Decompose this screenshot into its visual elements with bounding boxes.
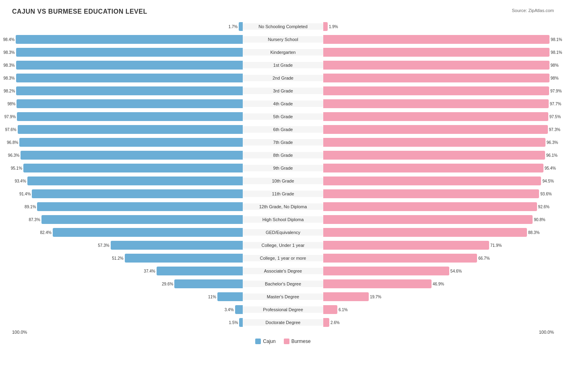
burmese-bar: 92.6% [323, 202, 537, 211]
burmese-bar: 71.9% [323, 241, 489, 250]
bars-wrapper: 29.6% Bachelor's Degree 46.9% [12, 279, 554, 289]
table-row: 1.7% No Schooling Completed 1.9% [12, 21, 554, 32]
cajun-value: 95.1% [11, 166, 22, 170]
row-label: 7th Grade [243, 139, 323, 146]
cajun-value: 87.3% [29, 218, 40, 222]
table-row: 96.8% 7th Grade 96.3% [12, 137, 554, 148]
right-section: 95.4% [323, 163, 554, 173]
legend-cajun: Cajun [255, 339, 275, 344]
cajun-bar: 97.6% [18, 125, 243, 134]
right-section: 97.7% [323, 99, 554, 109]
right-section: 2.6% [323, 317, 554, 328]
left-section: 11% [12, 291, 243, 302]
burmese-value: 98.1% [551, 37, 562, 42]
cajun-value: 82.4% [40, 230, 52, 235]
row-label: No Schooling Completed [243, 23, 323, 30]
table-row: 98% 4th Grade 97.7% [12, 98, 554, 109]
cajun-bar: 98% [17, 99, 243, 108]
row-label: 2nd Grade [243, 75, 323, 81]
row-label: Master's Degree [243, 293, 323, 300]
cajun-bar: 1.7% [239, 22, 243, 31]
bars-wrapper: 1.7% No Schooling Completed 1.9% [12, 21, 554, 32]
bars-wrapper: 95.1% 9th Grade 95.4% [12, 163, 554, 173]
bars-wrapper: 89.1% 12th Grade, No Diploma 92.6% [12, 201, 554, 212]
burmese-value: 96.1% [546, 153, 558, 158]
burmese-value: 54.6% [450, 269, 462, 273]
burmese-value: 46.9% [433, 282, 444, 286]
burmese-value: 94.5% [542, 179, 554, 183]
bars-wrapper: 98.3% 1st Grade 98% [12, 60, 554, 70]
right-section: 97.9% [323, 86, 554, 96]
burmese-value: 97.9% [550, 89, 562, 93]
left-section: 98.2% [12, 86, 243, 96]
left-section: 87.3% [12, 214, 243, 225]
burmese-value: 2.6% [331, 320, 340, 325]
axis-left: 100.0% [12, 330, 27, 335]
left-section: 1.7% [12, 21, 243, 32]
left-section: 98.3% [12, 47, 243, 57]
left-section: 37.4% [12, 266, 243, 276]
burmese-bar: 66.7% [323, 254, 477, 263]
burmese-value: 71.9% [490, 243, 502, 248]
burmese-value: 96.3% [547, 140, 558, 145]
cajun-value: 51.2% [112, 256, 123, 261]
table-row: 98.3% 2nd Grade 98% [12, 72, 554, 84]
row-label: 6th Grade [243, 126, 323, 133]
cajun-bar: 98.3% [16, 48, 243, 57]
row-label: 3rd Grade [243, 88, 323, 94]
left-section: 97.6% [12, 124, 243, 135]
burmese-bar: 97.5% [323, 112, 548, 121]
legend-burmese: Burmese [284, 339, 311, 344]
burmese-bar: 98.1% [323, 48, 549, 57]
burmese-bar: 95.4% [323, 164, 543, 172]
burmese-bar: 1.9% [323, 22, 328, 31]
burmese-value: 90.8% [534, 218, 545, 222]
burmese-value: 6.1% [339, 308, 348, 312]
cajun-value: 3.4% [225, 308, 234, 312]
cajun-bar: 37.4% [157, 267, 243, 275]
cajun-value: 96.3% [8, 153, 19, 158]
row-label: Professional Degree [243, 306, 323, 313]
cajun-bar: 91.4% [32, 189, 243, 198]
row-label: College, 1 year or more [243, 255, 323, 261]
left-section: 51.2% [12, 253, 243, 263]
burmese-bar: 93.6% [323, 189, 539, 198]
bars-wrapper: 11% Master's Degree 19.7% [12, 291, 554, 302]
bars-wrapper: 82.4% GED/Equivalency 88.3% [12, 227, 554, 238]
burmese-value: 19.7% [370, 295, 381, 299]
burmese-color-box [284, 339, 289, 344]
table-row: 37.4% Associate's Degree 54.6% [12, 265, 554, 277]
cajun-bar: 96.3% [21, 151, 243, 160]
bars-wrapper: 1.5% Doctorate Degree 2.6% [12, 317, 554, 328]
cajun-bar: 51.2% [125, 254, 243, 263]
bars-wrapper: 98.4% Nursery School 98.1% [12, 34, 554, 45]
row-label: Bachelor's Degree [243, 281, 323, 287]
cajun-value: 98.2% [4, 89, 15, 93]
right-section: 88.3% [323, 227, 554, 238]
cajun-value: 98% [7, 102, 15, 106]
cajun-value: 97.6% [5, 127, 16, 132]
bars-wrapper: 98% 4th Grade 97.7% [12, 99, 554, 109]
table-row: 29.6% Bachelor's Degree 46.9% [12, 278, 554, 289]
bars-wrapper: 51.2% College, 1 year or more 66.7% [12, 253, 554, 263]
burmese-value: 1.9% [329, 25, 338, 29]
burmese-bar: 19.7% [323, 292, 369, 301]
left-section: 3.4% [12, 304, 243, 315]
right-section: 19.7% [323, 291, 554, 302]
row-label: 1st Grade [243, 62, 323, 68]
table-row: 97.6% 6th Grade 97.3% [12, 124, 554, 135]
burmese-bar: 2.6% [323, 318, 329, 327]
cajun-value: 98.3% [3, 50, 14, 55]
burmese-bar: 90.8% [323, 215, 533, 224]
left-section: 96.3% [12, 150, 243, 160]
row-label: 8th Grade [243, 152, 323, 158]
cajun-bar: 57.3% [111, 241, 243, 250]
cajun-bar: 95.1% [23, 164, 243, 172]
bars-wrapper: 97.6% 6th Grade 97.3% [12, 124, 554, 135]
cajun-bar: 89.1% [37, 202, 243, 211]
bars-wrapper: 37.4% Associate's Degree 54.6% [12, 266, 554, 276]
cajun-color-box [255, 339, 261, 344]
row-label: 10th Grade [243, 178, 323, 184]
row-label: High School Diploma [243, 216, 323, 223]
cajun-value: 1.7% [228, 25, 238, 29]
